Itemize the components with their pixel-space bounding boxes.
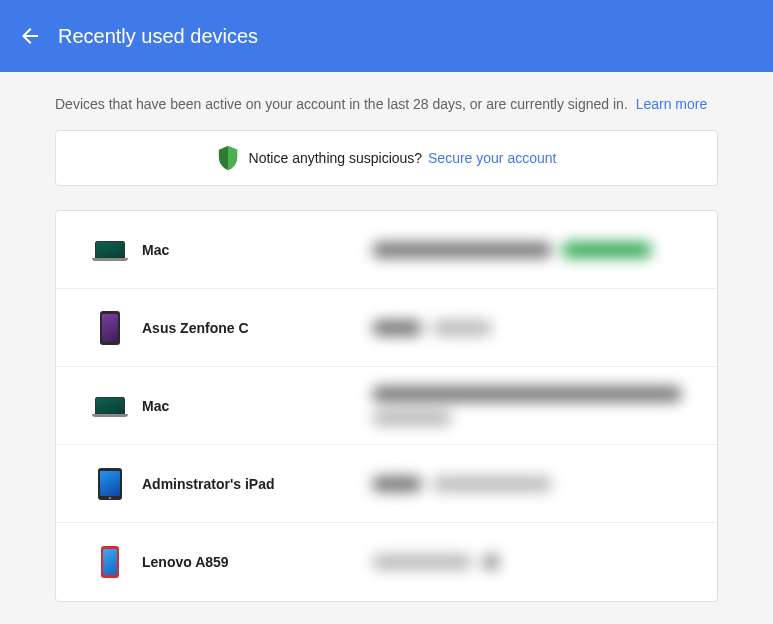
device-row-mac-2[interactable]: Mac	[56, 367, 717, 445]
secure-account-link[interactable]: Secure your account	[428, 150, 556, 166]
content-area: Devices that have been active on your ac…	[0, 72, 773, 602]
device-name-label: Adminstrator's iPad	[142, 476, 372, 492]
subtitle-text: Devices that have been active on your ac…	[55, 96, 628, 112]
device-name-label: Lenovo A859	[142, 554, 372, 570]
device-row-lenovo[interactable]: Lenovo A859	[56, 523, 717, 601]
device-meta-redacted	[372, 553, 687, 571]
device-name-label: Asus Zenfone C	[142, 320, 372, 336]
device-meta-redacted	[372, 242, 687, 258]
ipad-tablet-icon	[86, 468, 134, 500]
device-meta-redacted	[372, 386, 687, 426]
device-row-ipad[interactable]: Adminstrator's iPad	[56, 445, 717, 523]
notice-text: Notice anything suspicious?	[249, 150, 423, 166]
shield-icon	[217, 145, 239, 171]
back-arrow-icon[interactable]	[18, 24, 42, 48]
device-name-label: Mac	[142, 398, 372, 414]
app-bar: Recently used devices	[0, 0, 773, 72]
device-name-label: Mac	[142, 242, 372, 258]
android-phone-icon	[86, 546, 134, 578]
device-row-asus-zenfone[interactable]: Asus Zenfone C	[56, 289, 717, 367]
android-phone-icon	[86, 311, 134, 345]
subtitle-row: Devices that have been active on your ac…	[55, 72, 718, 130]
device-meta-redacted	[372, 320, 687, 336]
learn-more-link[interactable]: Learn more	[636, 96, 708, 112]
device-meta-redacted	[372, 476, 687, 492]
security-notice-card: Notice anything suspicious? Secure your …	[55, 130, 718, 186]
device-row-mac[interactable]: Mac	[56, 211, 717, 289]
page-title: Recently used devices	[58, 25, 258, 48]
devices-list: Mac Asus Zenfone C Mac	[55, 210, 718, 602]
mac-laptop-icon	[86, 241, 134, 259]
mac-laptop-icon	[86, 397, 134, 415]
